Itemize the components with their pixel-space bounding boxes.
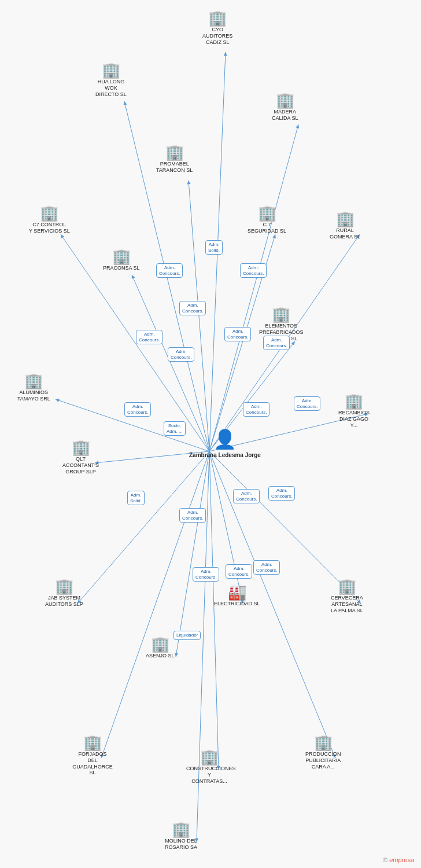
node-label-recambios: RECAMBIOS DIAZ GAGO Y... — [338, 410, 370, 428]
node-cervecera: 🏢CERVECERA ARTESANAL LA PALMA SL — [331, 579, 363, 613]
node-label-madera: MADERA CALIDA SL — [272, 109, 298, 122]
node-rural: 🏢RURAL GOMERA SL — [330, 211, 360, 240]
node-label-praconsa: PRACONSA SL — [103, 265, 140, 271]
node-label-cyo: CYO AUDITORES CADIZ SL — [202, 27, 232, 45]
building-icon-recambios: 🏢 — [345, 393, 363, 409]
building-icon-hua: 🏢 — [102, 62, 120, 78]
building-icon-construcciones: 🏢 — [200, 749, 219, 764]
node-produccion: 🏢PRODUCCION PUBLICITARIA CARA A... — [305, 735, 341, 770]
center-node-label: Zambrana Ledesma Jorge — [189, 451, 261, 459]
person-icon: 👤 — [213, 428, 237, 450]
node-jab: 🏢JAB SYSTEM AUDITORS SLP — [45, 579, 83, 608]
building-icon-jab: 🏢 — [55, 579, 73, 594]
building-icon-rural: 🏢 — [336, 211, 354, 226]
building-icon-elementos: 🏢 — [272, 307, 290, 322]
node-label-construcciones: CONSTRUCCIONES Y CONTRATAS... — [186, 766, 232, 784]
badge-0[interactable]: Adm. Solid. — [205, 240, 223, 255]
node-label-jab: JAB SYSTEM AUDITORS SLP — [45, 595, 83, 608]
node-hua: 🏢HUA LONG WOK DIRECTO SL — [95, 62, 127, 97]
badge-16[interactable]: Adm. Concours. — [193, 567, 219, 582]
badge-18[interactable]: Adm. Concours. — [253, 560, 280, 575]
node-label-asenjo: ASENJO SL — [146, 653, 175, 659]
badge-12[interactable]: Adm. Solid. — [127, 491, 145, 505]
badge-13[interactable]: Adm. Concours. — [179, 508, 206, 523]
badge-9[interactable]: Socio, Adm. ... — [164, 421, 186, 436]
node-label-promabel: PROMABEL TARANCON SL — [156, 161, 193, 174]
node-recambios: 🏢RECAMBIOS DIAZ GAGO Y... — [338, 393, 370, 428]
building-icon-cyo: 🏢 — [208, 10, 227, 25]
badge-15[interactable]: Adm. Concours. — [268, 486, 295, 501]
badge-3[interactable]: Adm. Concours. — [179, 301, 206, 315]
node-label-c7seg: C 7 SEGURIDAD SL — [248, 222, 286, 234]
badge-10[interactable]: Adm. Concours. — [243, 402, 269, 417]
building-icon-c7control: 🏢 — [40, 205, 58, 220]
building-icon-forjados: 🏢 — [83, 735, 102, 750]
node-label-electricidad: ELECTRICIDAD SL — [214, 601, 260, 607]
node-asenjo: 🏢ASENJO SL — [146, 637, 175, 659]
node-c7control: 🏢C7 CONTROL Y SERVICIOS SL — [29, 205, 70, 234]
node-label-qlt: QLT ACCONTANT'S GROUP SLP — [62, 456, 99, 475]
node-qlt: 🏢QLT ACCONTANT'S GROUP SLP — [62, 440, 99, 475]
badge-5[interactable]: Adm. Concours. — [168, 347, 194, 362]
building-icon-qlt: 🏢 — [72, 440, 90, 455]
building-icon-cervecera: 🏢 — [338, 579, 356, 594]
node-label-aluminios: ALUMINIOS TAMAYO SRL — [17, 389, 50, 402]
node-label-molino: MOLINO DEL ROSARIO SA — [165, 838, 197, 851]
building-icon-aluminios: 🏢 — [24, 373, 43, 388]
node-forjados: 🏢FORJADOS DEL GUADALHORCE SL — [69, 735, 116, 776]
badge-6[interactable]: Adm. Concours. — [224, 327, 251, 341]
badge-2[interactable]: Adm. Concours. — [240, 263, 267, 278]
badge-7[interactable]: Adm. Concours. — [263, 336, 290, 350]
node-label-rural: RURAL GOMERA SL — [330, 227, 360, 240]
node-madera: 🏢MADERA CALIDA SL — [272, 93, 298, 122]
badge-8[interactable]: Adm. Concours. — [124, 402, 151, 417]
building-icon-praconsa: 🏢 — [112, 249, 131, 264]
node-cyo: 🏢CYO AUDITORES CADIZ SL — [202, 10, 232, 45]
building-icon-c7seg: 🏢 — [258, 205, 276, 220]
node-molino: 🏢MOLINO DEL ROSARIO SA — [165, 822, 197, 851]
node-praconsa: 🏢PRACONSA SL — [103, 249, 140, 271]
building-icon-madera: 🏢 — [276, 93, 294, 108]
building-icon-molino: 🏢 — [172, 822, 190, 837]
badge-14[interactable]: Adm. Concours. — [233, 489, 260, 503]
node-c7seg: 🏢C 7 SEGURIDAD SL — [248, 205, 286, 234]
badge-17[interactable]: Adm. Concours. — [226, 564, 252, 579]
badge-1[interactable]: Adm. Concours. — [156, 263, 183, 278]
footer: © empresa — [383, 856, 414, 863]
building-icon-promabel: 🏢 — [165, 145, 184, 160]
building-icon-asenjo: 🏢 — [151, 637, 169, 652]
node-label-c7control: C7 CONTROL Y SERVICIOS SL — [29, 222, 70, 234]
building-icon-produccion: 🏢 — [314, 735, 333, 750]
node-label-forjados: FORJADOS DEL GUADALHORCE SL — [69, 751, 116, 776]
node-label-produccion: PRODUCCION PUBLICITARIA CARA A... — [305, 751, 341, 770]
badge-11[interactable]: Adm. Concours. — [294, 396, 320, 411]
node-electricidad: 🏭ELECTRICIDAD SL — [214, 584, 260, 607]
node-label-cervecera: CERVECERA ARTESANAL LA PALMA SL — [331, 595, 363, 613]
center-node[interactable]: 👤Zambrana Ledesma Jorge — [189, 428, 261, 459]
building-icon-electricidad: 🏭 — [228, 584, 246, 599]
badge-4[interactable]: Adm. Concours. — [136, 330, 163, 344]
node-construcciones: 🏢CONSTRUCCIONES Y CONTRATAS... — [186, 749, 232, 784]
node-promabel: 🏢PROMABEL TARANCON SL — [156, 145, 193, 174]
node-label-hua: HUA LONG WOK DIRECTO SL — [95, 79, 127, 97]
node-aluminios: 🏢ALUMINIOS TAMAYO SRL — [17, 373, 50, 402]
badge-19[interactable]: Liquidador — [173, 631, 201, 640]
